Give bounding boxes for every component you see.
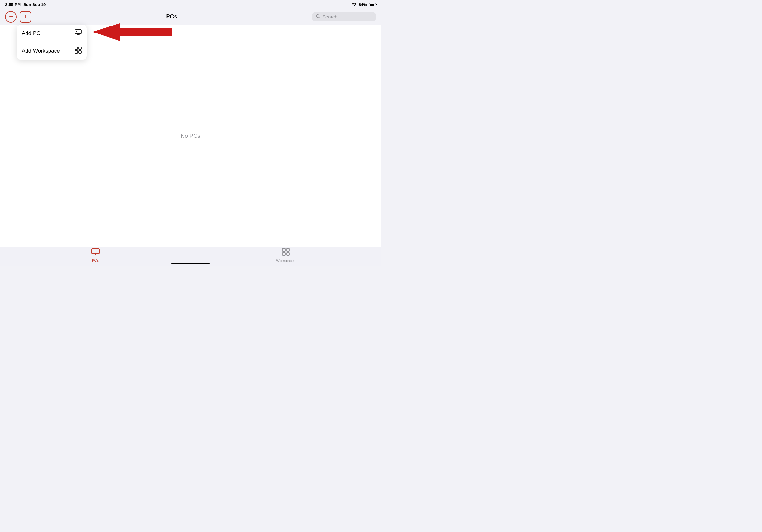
add-workspace-label: Add Workspace [22, 48, 60, 54]
home-indicator [171, 263, 210, 264]
search-placeholder: Search [322, 14, 338, 20]
svg-rect-12 [282, 253, 285, 255]
svg-rect-7 [79, 51, 81, 53]
wifi-icon [352, 2, 357, 7]
svg-rect-5 [79, 47, 81, 49]
pcs-tab-label: PCs [92, 258, 99, 262]
pc-tab-icon [91, 248, 100, 257]
more-button[interactable]: ••• [5, 11, 17, 23]
svg-rect-13 [286, 253, 289, 255]
workspace-icon [75, 46, 82, 55]
svg-rect-11 [286, 248, 289, 251]
svg-rect-4 [75, 47, 78, 49]
svg-rect-10 [282, 248, 285, 251]
add-workspace-menu-item[interactable]: Add Workspace [17, 42, 87, 60]
page-title: PCs [166, 13, 177, 20]
plus-icon: + [24, 13, 28, 21]
red-arrow [93, 22, 172, 44]
add-button[interactable]: + [20, 11, 31, 23]
workspaces-tab-label: Workspaces [276, 259, 295, 262]
battery-icon [369, 3, 376, 6]
time: 2:55 PM [5, 2, 21, 7]
empty-state-label: No PCs [181, 133, 200, 139]
status-bar: 2:55 PM Sun Sep 19 84% [0, 0, 381, 9]
date: Sun Sep 19 [23, 2, 45, 7]
tab-workspaces[interactable]: Workspaces [190, 248, 381, 265]
status-right: 84% [352, 2, 376, 7]
svg-marker-8 [93, 23, 172, 41]
svg-rect-6 [75, 51, 78, 53]
dropdown-menu: Add PC Add Workspace [17, 25, 87, 60]
add-pc-label: Add PC [22, 30, 40, 37]
svg-rect-9 [92, 249, 99, 253]
nav-bar: ••• + PCs Search [0, 9, 381, 25]
search-bar[interactable]: Search [312, 12, 376, 21]
battery-percent: 84% [359, 2, 367, 7]
nav-left-buttons: ••• + [5, 11, 31, 23]
status-left: 2:55 PM Sun Sep 19 [5, 2, 45, 7]
workspace-tab-icon [282, 248, 290, 258]
more-dots-icon: ••• [9, 14, 13, 19]
pc-icon [75, 29, 82, 37]
search-icon [316, 14, 320, 20]
add-pc-menu-item[interactable]: Add PC [17, 25, 87, 42]
tab-pcs[interactable]: PCs [0, 248, 190, 265]
